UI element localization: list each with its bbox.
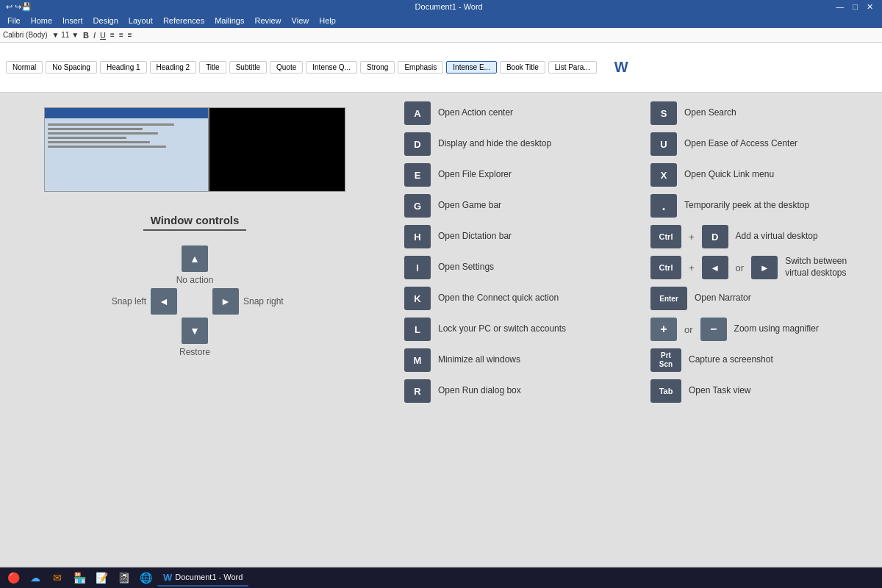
preview-line: [48, 132, 158, 135]
key-ctrl-2: Ctrl: [650, 256, 681, 279]
taskbar-icon-notes[interactable]: 📝: [91, 569, 112, 587]
wc-top-row: ▲: [117, 245, 273, 272]
style-title[interactable]: Title: [199, 61, 226, 74]
window-title: Document1 - Word: [65, 2, 833, 11]
shortcut-R: R Open Run dialog box: [404, 378, 621, 404]
desc-S: Open Search: [684, 107, 736, 119]
desc-A: Open Action center: [438, 107, 513, 119]
wc-divider: [143, 229, 246, 231]
style-intense-emphasis[interactable]: Intense E...: [446, 61, 497, 74]
taskbar-icon-mail[interactable]: ✉: [47, 569, 68, 587]
key-H: H: [404, 225, 431, 248]
desc-H: Open Dictation bar: [438, 231, 512, 243]
style-book-title[interactable]: Book Title: [500, 61, 545, 74]
menu-design[interactable]: Design: [89, 15, 123, 26]
style-list-para[interactable]: List Para...: [548, 61, 597, 74]
shortcut-M: M Minimize all windows: [404, 347, 621, 373]
menu-file[interactable]: File: [3, 15, 25, 26]
style-subtitle[interactable]: Subtitle: [229, 61, 267, 74]
desc-tab: Open Task view: [689, 385, 751, 397]
menu-help[interactable]: Help: [315, 15, 340, 26]
wc-bottom-row: ▼: [117, 318, 273, 344]
preview-line: [48, 128, 143, 130]
menu-references[interactable]: References: [159, 15, 209, 26]
shortcut-K: K Open the Connect quick action: [404, 285, 621, 312]
underline-btn[interactable]: U: [100, 31, 106, 40]
key-right-arrow: ►: [751, 256, 778, 279]
shortcut-G: G Open Game bar: [404, 193, 621, 219]
desc-M: Minimize all windows: [438, 354, 520, 366]
key-prtscn: PrtScn: [650, 348, 681, 372]
preview-line: [48, 141, 150, 143]
menu-insert[interactable]: Insert: [58, 15, 87, 26]
taskbar-icon-close[interactable]: 🔴: [3, 569, 24, 587]
key-plus: +: [650, 318, 677, 341]
menu-bar: File Home Insert Design Layout Reference…: [0, 13, 882, 28]
plus-connector-1: +: [689, 232, 695, 243]
align-center-btn[interactable]: ≡: [119, 31, 123, 39]
style-heading1[interactable]: Heading 1: [100, 61, 147, 74]
style-normal[interactable]: Normal: [6, 61, 43, 74]
key-L: L: [404, 318, 431, 341]
shortcut-U: U Open Ease of Access Center: [650, 131, 867, 157]
wc-down-arrow[interactable]: ▼: [182, 318, 208, 344]
menu-review[interactable]: Review: [251, 15, 286, 26]
shortcuts-left-column: A Open Action center D Display and hide …: [404, 100, 621, 560]
taskbar: 🔴 ☁ ✉ 🏪 📝 📓 🌐 W Document1 - Word: [0, 567, 882, 588]
key-d-virtual: D: [702, 225, 728, 248]
taskbar-icon-store[interactable]: 🏪: [69, 569, 90, 587]
style-intense-quote[interactable]: Intense Q...: [306, 61, 357, 74]
key-minus: −: [700, 318, 727, 341]
wc-right-arrow[interactable]: ►: [212, 288, 239, 315]
preview-line: [48, 123, 174, 126]
or-connector-zoom: or: [684, 324, 693, 335]
style-quote[interactable]: Quote: [270, 61, 303, 74]
desc-D: Display and hide the desktop: [438, 138, 551, 150]
align-right-btn[interactable]: ≡: [128, 31, 132, 39]
taskbar-icon-cloud[interactable]: ☁: [25, 569, 46, 587]
style-heading2[interactable]: Heading 2: [150, 61, 197, 74]
align-left-btn[interactable]: ≡: [110, 31, 115, 39]
style-no-spacing[interactable]: No Spacing: [46, 61, 97, 74]
minimize-btn[interactable]: —: [833, 2, 847, 12]
taskbar-word-label: Document1 - Word: [175, 573, 243, 581]
key-U: U: [650, 132, 677, 156]
bold-btn[interactable]: B: [83, 31, 89, 40]
wc-up-arrow[interactable]: ▲: [182, 245, 208, 272]
taskbar-icon-notebook[interactable]: 📓: [113, 569, 134, 587]
desc-K: Open the Connect quick action: [438, 293, 559, 304]
wc-left-arrow[interactable]: ◄: [151, 288, 177, 315]
preview-line: [48, 146, 166, 148]
font-name[interactable]: Calibri (Body): [3, 31, 48, 39]
shortcut-H: H Open Dictation bar: [404, 223, 621, 250]
preview-toolbar-bar: [45, 108, 208, 118]
menu-mailings[interactable]: Mailings: [210, 15, 248, 26]
taskbar-icon-browser[interactable]: 🌐: [135, 569, 156, 587]
close-btn[interactable]: ✕: [864, 2, 876, 12]
style-strong[interactable]: Strong: [360, 61, 395, 74]
shortcut-prtscn: PrtScn Capture a screenshot: [650, 347, 867, 373]
italic-btn[interactable]: I: [93, 31, 96, 40]
wc-no-action-row: No action: [112, 275, 279, 285]
menu-layout[interactable]: Layout: [124, 15, 157, 26]
menu-home[interactable]: Home: [26, 15, 57, 26]
shortcuts-right-column: S Open Search U Open Ease of Access Cent…: [650, 100, 867, 560]
desc-R: Open Run dialog box: [438, 385, 521, 397]
desc-U: Open Ease of Access Center: [684, 138, 797, 150]
style-emphasis[interactable]: Emphasis: [398, 61, 443, 74]
taskbar-word-app[interactable]: W Document1 - Word: [157, 569, 248, 587]
window-controls[interactable]: — □ ✕: [833, 2, 876, 12]
shortcuts-panel: A Open Action center D Display and hide …: [390, 93, 882, 567]
wc-layout: ▲ No action Snap left ◄ ► Snap right: [95, 245, 295, 357]
key-A: A: [404, 101, 431, 125]
window-controls-title: Window controls: [95, 214, 295, 226]
font-size[interactable]: ▼ 11 ▼: [52, 31, 79, 39]
left-panel: Window controls ▲ No action Snap left: [0, 93, 390, 567]
menu-view[interactable]: View: [287, 15, 314, 26]
quick-access-toolbar[interactable]: ↩ ↪💾: [6, 2, 32, 12]
preview-content: [45, 118, 208, 153]
shortcut-I: I Open Settings: [404, 254, 621, 281]
key-tab: Tab: [650, 379, 681, 403]
desc-I: Open Settings: [438, 262, 494, 273]
maximize-btn[interactable]: □: [850, 2, 861, 12]
